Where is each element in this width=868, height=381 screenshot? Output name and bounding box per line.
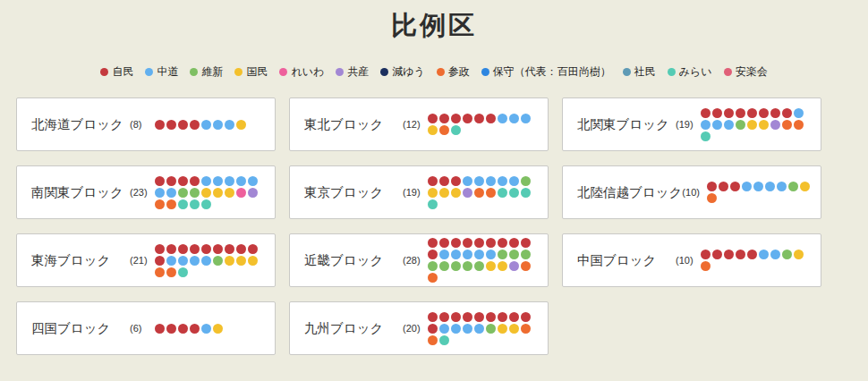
- seat-dot: [451, 312, 461, 322]
- party-label: 安楽会: [736, 64, 768, 80]
- seat-dot: [225, 188, 234, 198]
- seat-dots: [428, 114, 540, 135]
- party-label: 減ゆう: [392, 64, 425, 80]
- seat-dot: [166, 244, 176, 254]
- seat-dot: [439, 312, 449, 322]
- seat-dot: [701, 250, 711, 259]
- seat-dot: [794, 108, 804, 118]
- party-color-dot: [437, 68, 445, 76]
- block-name: 中国ブロック: [577, 252, 676, 269]
- party-color-dot: [100, 68, 108, 76]
- seat-dot: [759, 120, 769, 130]
- seat-dot: [782, 120, 792, 130]
- seat-dot: [770, 250, 780, 259]
- seat-dot: [451, 188, 461, 198]
- seat-dot: [463, 250, 472, 259]
- seat-dot: [178, 244, 188, 254]
- seat-dot: [712, 120, 722, 130]
- seat-dot: [451, 250, 461, 259]
- seat-dot: [155, 256, 165, 266]
- seat-dot: [213, 256, 223, 266]
- seat-dot: [712, 108, 722, 118]
- seat-dot: [236, 120, 246, 130]
- seat-dot: [707, 182, 717, 191]
- seat-dots: [155, 324, 268, 334]
- seat-dot: [225, 176, 234, 186]
- party-color-dot: [234, 68, 243, 76]
- legend-item: 中道: [145, 64, 178, 80]
- seat-dot: [190, 324, 200, 334]
- seat-dot: [166, 188, 176, 198]
- block-card: 東海ブロック(21): [16, 233, 276, 287]
- seat-dot: [190, 199, 200, 209]
- seat-dot: [178, 120, 188, 130]
- seat-dot: [800, 182, 810, 191]
- seat-dot: [248, 256, 258, 266]
- seat-dot: [521, 324, 531, 334]
- block-name: 東京ブロック: [304, 184, 403, 201]
- seat-dot: [474, 176, 484, 186]
- seat-dot: [428, 176, 438, 186]
- block-card: 南関東ブロック(23): [16, 165, 276, 219]
- block-seat-count: (21): [130, 255, 155, 266]
- seat-dot: [521, 238, 531, 248]
- seat-dot: [213, 120, 223, 130]
- block-card: 北関東ブロック(19): [562, 97, 821, 151]
- seat-dot: [498, 176, 507, 186]
- seat-dot: [190, 188, 200, 198]
- seat-dot: [509, 261, 519, 271]
- seat-dot: [498, 188, 507, 198]
- seat-dot: [463, 114, 472, 123]
- seat-dot: [794, 120, 804, 130]
- seat-dot: [201, 176, 211, 186]
- block-card: 北海道ブロック(8): [16, 97, 276, 151]
- seat-dot: [486, 250, 496, 259]
- seat-dot: [213, 188, 223, 198]
- page-title: 比例区: [0, 0, 868, 44]
- seat-dot: [770, 120, 780, 130]
- seat-dot: [486, 261, 496, 271]
- seat-dot: [201, 199, 211, 209]
- seat-dot: [509, 312, 519, 322]
- block-seat-count: (19): [676, 119, 701, 130]
- seat-dot: [178, 256, 188, 266]
- seat-dot: [463, 176, 472, 186]
- block-seat-count: (20): [403, 323, 428, 334]
- seat-dot: [701, 131, 711, 141]
- seat-dot: [428, 324, 438, 334]
- seat-dot: [155, 120, 165, 130]
- seat-dot: [770, 108, 780, 118]
- block-card: 中国ブロック(10): [562, 233, 821, 287]
- block-seat-count: (6): [130, 323, 155, 334]
- legend-item: みらい: [668, 64, 712, 80]
- seat-dot: [439, 176, 449, 186]
- party-label: みらい: [679, 64, 712, 80]
- seat-dot: [474, 312, 484, 322]
- seat-dot: [439, 324, 449, 334]
- block-seat-count: (23): [130, 187, 155, 198]
- block-name: 東海ブロック: [31, 252, 130, 269]
- party-color-dot: [190, 68, 198, 76]
- block-name: 近畿ブロック: [304, 252, 403, 269]
- seat-dot: [498, 114, 507, 123]
- seat-dot: [439, 114, 449, 123]
- seat-dot: [178, 188, 188, 198]
- party-color-dot: [279, 68, 287, 76]
- block-name: 南関東ブロック: [31, 184, 130, 201]
- seat-dot: [498, 250, 507, 259]
- legend-item: 国民: [234, 64, 268, 80]
- seat-dot: [428, 114, 438, 123]
- seat-dot: [747, 250, 757, 259]
- seat-dots: [428, 176, 540, 209]
- seat-dot: [166, 120, 176, 130]
- seat-dot: [509, 250, 519, 259]
- legend-item: 自民: [100, 64, 133, 80]
- seat-dot: [439, 250, 449, 259]
- seat-dot: [155, 244, 165, 254]
- block-name: 東北ブロック: [304, 116, 403, 133]
- blocks-grid: 北海道ブロック(8)東北ブロック(12)北関東ブロック(19)南関東ブロック(2…: [16, 97, 868, 355]
- seat-dot: [486, 114, 496, 123]
- seat-dots: [701, 250, 813, 271]
- seat-dot: [724, 108, 734, 118]
- seat-dot: [777, 182, 787, 191]
